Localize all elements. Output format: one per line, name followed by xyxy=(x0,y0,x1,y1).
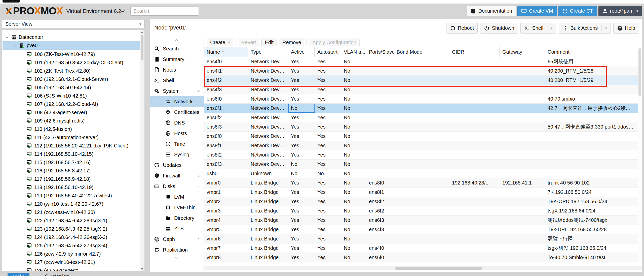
menu-item-firewall[interactable]: Firewall xyxy=(150,170,204,181)
tree-item-vm[interactable]: 103 (192.168.42.1-Cloud-Server) xyxy=(3,75,140,83)
menu-item-lvm-thin[interactable]: LVM-Thin xyxy=(150,202,204,213)
tree-item-datacenter[interactable]: Datacenter xyxy=(3,33,140,41)
column-header-cidr[interactable]: CIDR xyxy=(449,47,500,57)
apply-configuration-button[interactable]: Apply Configuration xyxy=(309,39,360,46)
column-header-bond[interactable]: Bond Mode xyxy=(394,47,449,57)
menu-item-certificates[interactable]: Certificates xyxy=(150,107,204,117)
menu-item-summary[interactable]: Summary xyxy=(150,54,204,65)
tree-item-vm[interactable]: 122 (192.168.64.6-42.28-tsgX-1) xyxy=(3,217,140,225)
table-row-ens6f1[interactable]: ens6f1Network DeviceNoYesNo42.7，网卡直连，用于接… xyxy=(204,104,638,113)
edit-button[interactable]: Edit xyxy=(261,39,277,46)
tree-item-vm[interactable]: 121 (zcw-test-win10-42.30) xyxy=(3,208,140,217)
documentation-button[interactable]: Documentation xyxy=(467,6,516,16)
cell-active[interactable]: No xyxy=(288,104,315,113)
revert-button[interactable]: Revert xyxy=(238,39,259,46)
column-header-type[interactable]: Type xyxy=(248,47,288,57)
tree-item-vm[interactable]: 126 (zcw-42.9-by-mirror-42.7) xyxy=(3,250,140,258)
scroll-down-arrow[interactable] xyxy=(141,268,143,270)
tree-item-vm[interactable]: 102 (ZK-Test-Trex-42.80) xyxy=(3,67,140,75)
table-row-vmbr8[interactable]: vmbr8Linux BridgeYesYesNoens6f0To-40.70 … xyxy=(204,253,638,262)
table-row-vmbr2[interactable]: vmbr2Linux BridgeYesYesNoens8f2T9K-OPD 1… xyxy=(204,197,638,206)
tree-item-vm[interactable]: 107 (192.168.42.2-Cloud-AI) xyxy=(3,100,140,108)
menu-item-system[interactable]: System xyxy=(150,86,204,96)
chevron-down-icon[interactable]: ▾ xyxy=(139,22,141,26)
menu-item-disks[interactable]: Disks xyxy=(150,181,204,192)
table-row-vmbr4[interactable]: vmbr4Linux BridgeYesYesNoens6f3测试组ddos测试… xyxy=(204,216,638,225)
tree-item-vm[interactable]: 115 (192.168.56.7-42.16) xyxy=(3,158,140,167)
tree-item-vm[interactable]: 119 (192.168.56.40-42.22-zcwtest) xyxy=(3,192,140,200)
menu-item-directory[interactable]: Directory xyxy=(150,213,204,223)
tasks-button[interactable]: Tasks xyxy=(8,273,29,276)
view-selector[interactable]: Server View ▾ xyxy=(2,20,145,28)
menu-item-notes[interactable]: Notes xyxy=(150,65,204,75)
column-header-comment[interactable]: Comment xyxy=(545,47,638,57)
tree-item-node-pve01[interactable]: pve01 xyxy=(3,41,140,50)
menu-item-zfs[interactable]: ZFS xyxy=(150,223,204,234)
table-row-vmbr3[interactable]: vmbr3Linux BridgeYesYesNoens6f2tsgX 192.… xyxy=(204,206,638,216)
column-header-gateway[interactable]: Gateway xyxy=(500,47,545,57)
table-row-vmbr0[interactable]: vmbr0Linux BridgeYesYesNoens8f0192.168.4… xyxy=(204,178,638,188)
table-row-ens4f1[interactable]: ens4f1Network DeviceYesYesNo40.200_RTM_1… xyxy=(204,66,638,76)
tree-item-vm[interactable]: 108 (42.4-agent-server) xyxy=(3,108,140,117)
menu-collapse-bottom[interactable] xyxy=(150,255,204,261)
tree-item-vm[interactable]: 105 (192.168.50.9-42.14) xyxy=(3,83,140,92)
table-horizontal-scrollbar[interactable] xyxy=(204,266,642,270)
table-row-ens6f0[interactable]: ens6f0Network DeviceYesYesNo40.70 smbio xyxy=(204,94,638,104)
table-row-usb0[interactable]: usb0UnknownNoNoNo xyxy=(204,169,638,178)
tree-item-vm[interactable]: 123 (192.168.64.3-42.25-tsgX-2) xyxy=(3,225,140,233)
column-header-ports[interactable]: Ports/Slaves xyxy=(366,47,394,57)
tree-item-vm[interactable]: 100 (ZK-Test-Win10-42.79) xyxy=(3,50,140,58)
tree-item-vm[interactable]: 112 (192.168.56.20-42.21-dxy-T9K-Client) xyxy=(3,142,140,150)
menu-item-hosts[interactable]: Hosts xyxy=(150,128,204,139)
chevron-down-icon[interactable] xyxy=(5,35,9,39)
menu-item-syslog[interactable]: Syslog xyxy=(150,149,204,160)
table-row-ens4f2[interactable]: ens4f2Network DeviceYesYesNo40.200_RTM_1… xyxy=(204,76,638,85)
shell-button[interactable]: Shell▾ xyxy=(520,23,556,34)
tree-item-vm[interactable]: 118 (192.168.56.10-42.19) xyxy=(3,183,140,192)
tree-item-vm[interactable]: 111 (42.7-automation-server) xyxy=(3,133,140,142)
help-button[interactable]: ?Help xyxy=(613,23,639,34)
table-row-ens6f3[interactable]: ens6f3Network DeviceYesYesNo50.47，网卡直连至3… xyxy=(204,122,638,132)
menu-item-lvm[interactable]: LVM xyxy=(150,192,204,202)
menu-item-replication[interactable]: Replication xyxy=(150,244,204,255)
tree-item-vm[interactable]: 110 (42.5-fusion) xyxy=(3,125,140,133)
bulk-actions-button[interactable]: Bulk Actions▾ xyxy=(559,23,611,34)
chevron-right-icon[interactable] xyxy=(197,174,201,178)
tree-item-vm[interactable]: 117 (192.168.56.9-42.18) xyxy=(3,175,140,183)
create-button[interactable]: Create▾ xyxy=(207,39,233,46)
search-input[interactable] xyxy=(130,7,199,16)
table-row-vmbr5[interactable]: vmbr5Linux BridgeYesYesNoens4f3T9k-DPI 1… xyxy=(204,225,638,234)
create-vm-button[interactable]: Create VM xyxy=(517,6,557,16)
table-row-ens8f2[interactable]: ens8f2Network DeviceYesYesNo xyxy=(204,150,638,160)
table-vertical-scrollbar[interactable] xyxy=(638,47,642,262)
menu-item-shell[interactable]: Shell xyxy=(150,75,204,86)
create-ct-button[interactable]: Create CT xyxy=(558,6,597,16)
user-menu-button[interactable]: root@pam▾ xyxy=(598,6,642,16)
column-header-vlan[interactable]: VLAN a... xyxy=(341,47,366,57)
table-row-vmbr7[interactable]: vmbr7Linux BridgeYesYesNoens4f0tsgx-研发 1… xyxy=(204,243,638,253)
cluster-log-tab[interactable]: Cluster log xyxy=(45,273,69,276)
table-row-vmbr6[interactable]: vmbr6Linux BridgeYesYesNo双臂下行网 xyxy=(204,234,638,243)
tree-item-vm[interactable]: 127 (zcw-win10-test-42.31) xyxy=(3,258,140,266)
tree-item-vm[interactable]: 106 (SJS-Win10-42.81) xyxy=(3,92,140,100)
table-row-ens6f2[interactable]: ens6f2Network DeviceYesYesNo xyxy=(204,113,638,122)
tree-item-vm[interactable]: 124 (192.168.64.4-42.26-tsgX-3) xyxy=(3,233,140,241)
menu-item-network[interactable]: Network xyxy=(150,96,204,107)
table-row-ens4f3[interactable]: ens4f3Network DeviceYesYesNo xyxy=(204,85,638,94)
tree-item-vm[interactable]: 129 (42.23-zcwtest) xyxy=(3,266,140,271)
column-header-active[interactable]: Active xyxy=(288,47,315,57)
chevron-down-icon[interactable] xyxy=(197,184,201,188)
v-scroll-thumb[interactable] xyxy=(638,48,641,96)
tree-item-vm[interactable]: 116 (192.168.56.8-42.17) xyxy=(3,167,140,175)
tree-item-vm[interactable]: 101 (192.168.50.3-42.20-dxy-CL-Client) xyxy=(3,58,140,67)
menu-item-updates[interactable]: Updates xyxy=(150,160,204,170)
scroll-up-arrow[interactable] xyxy=(141,31,143,33)
tree-scroll-thumb[interactable] xyxy=(141,35,143,60)
chevron-down-icon[interactable] xyxy=(197,89,201,93)
chevron-down-icon[interactable] xyxy=(13,44,17,48)
table-row-vmbr1[interactable]: vmbr1Linux BridgeYesYesNoens8f17K 192.16… xyxy=(204,188,638,197)
table-row-ens8f0[interactable]: ens8f0Network DeviceYesYesNo xyxy=(204,132,638,141)
tree-item-vm[interactable]: 125 (192.168.64.5-42.27-tsgX-4) xyxy=(3,241,140,250)
remove-button[interactable]: Remove xyxy=(279,39,304,46)
column-header-name[interactable]: Name↑ xyxy=(204,47,248,57)
